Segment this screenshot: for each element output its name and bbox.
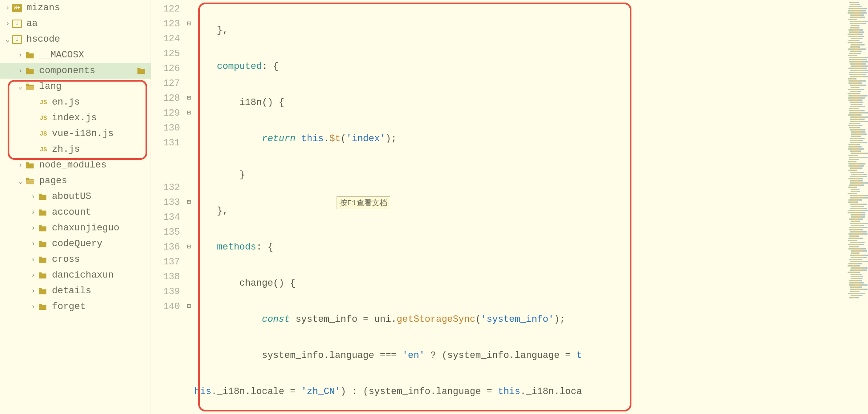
line-number: 134	[151, 210, 183, 225]
chevron-icon[interactable]: ›	[29, 224, 37, 232]
chevron-icon[interactable]: ⌄	[3, 35, 12, 44]
chevron-icon[interactable]: ›	[29, 303, 37, 311]
fold-marker[interactable]: ⊟	[183, 195, 194, 210]
tree-item-macosx[interactable]: ›__MACOSX	[0, 47, 151, 63]
line-number	[151, 150, 183, 165]
folder-icon	[25, 51, 35, 60]
tree-item-label: pages	[39, 176, 67, 186]
js-file-icon: JS	[37, 146, 49, 153]
folder-icon	[37, 240, 48, 248]
code-content[interactable]: }, computed: { i18n() { return this.$t('…	[194, 0, 847, 414]
tree-item-label: forget	[52, 301, 86, 312]
doc-tooltip: 按F1查看文档	[337, 196, 390, 209]
tree-item-label: en.js	[52, 97, 80, 108]
code-editor[interactable]: 1221231241251261271281291301311321331341…	[151, 0, 868, 414]
tree-item-account[interactable]: ›account	[0, 204, 151, 220]
fold-marker	[183, 284, 194, 299]
tree-item-indexjs[interactable]: JSindex.js	[0, 110, 151, 126]
line-number: 137	[151, 255, 183, 269]
tree-item-label: zh.js	[52, 144, 80, 155]
wplus-icon: W+	[12, 4, 22, 12]
tree-item-codequery[interactable]: ›codeQuery	[0, 236, 151, 252]
tree-item-label: hscode	[26, 34, 60, 45]
tree-item-aboutus[interactable]: ›aboutUS	[0, 189, 151, 204]
chevron-icon[interactable]: ›	[29, 272, 37, 279]
fold-marker	[183, 136, 194, 150]
folder-icon	[37, 271, 48, 280]
code-line: },	[194, 23, 847, 38]
tree-item-details[interactable]: ›details	[0, 283, 151, 299]
code-line: const system_info = uni.getStorageSync('…	[194, 312, 847, 327]
chevron-icon[interactable]: ›	[29, 240, 37, 248]
fold-marker	[183, 150, 194, 165]
line-number: 128	[151, 91, 183, 106]
tree-item-aa[interactable]: ›Uaa	[0, 16, 151, 31]
chevron-icon[interactable]: ›	[16, 51, 25, 59]
fold-marker[interactable]: ⊟	[183, 106, 194, 121]
chevron-icon[interactable]: ›	[16, 67, 25, 75]
tree-item-components[interactable]: ›components	[0, 63, 151, 79]
tree-item-forget[interactable]: ›forget	[0, 299, 151, 315]
file-explorer[interactable]: ›W+mizans›Uaa⌄Uhscode›__MACOSX›component…	[0, 0, 151, 414]
chevron-icon[interactable]: ›	[29, 287, 37, 295]
tree-item-enjs[interactable]: JSen.js	[0, 94, 151, 110]
fold-marker	[183, 46, 194, 61]
tree-item-label: account	[52, 207, 91, 218]
tree-item-vuei18njs[interactable]: JSvue-i18n.js	[0, 126, 151, 142]
folder-icon	[37, 255, 48, 264]
chevron-icon[interactable]: ›	[3, 4, 12, 12]
minimap[interactable]	[847, 0, 868, 414]
tree-item-label: vue-i18n.js	[52, 128, 114, 139]
code-line: his._i18n.locale = 'zh_CN') : (system_in…	[194, 384, 847, 399]
folder-icon	[37, 208, 48, 217]
tree-item-chaxunjieguo[interactable]: ›chaxunjieguo	[0, 220, 151, 236]
tree-item-zhjs[interactable]: JSzh.js	[0, 142, 151, 157]
line-number: 131	[151, 136, 183, 150]
folder-icon	[37, 193, 48, 201]
code-line: },	[194, 204, 847, 218]
line-number: 138	[151, 269, 183, 284]
tree-item-pages[interactable]: ⌄pages	[0, 173, 151, 189]
tree-item-cross[interactable]: ›cross	[0, 252, 151, 267]
tree-item-dancichaxun[interactable]: ›dancichaxun	[0, 267, 151, 283]
tree-item-nodemodules[interactable]: ›node_modules	[0, 157, 151, 173]
tree-item-mizans[interactable]: ›W+mizans	[0, 0, 151, 16]
tree-item-label: codeQuery	[52, 238, 103, 249]
fold-marker[interactable]: ⊟	[183, 299, 194, 314]
code-line: return this.$t('index');	[194, 131, 847, 146]
tree-item-label: aboutUS	[52, 191, 91, 202]
fold-marker	[183, 180, 194, 195]
tree-item-hscode[interactable]: ⌄Uhscode	[0, 31, 151, 47]
u-icon: U	[12, 35, 22, 44]
fold-marker	[183, 76, 194, 91]
fold-marker	[183, 225, 194, 240]
line-number: 133	[151, 195, 183, 210]
chevron-icon[interactable]: ⌄	[16, 177, 25, 185]
fold-marker	[183, 2, 194, 17]
chevron-icon[interactable]: ›	[16, 162, 25, 169]
fold-marker[interactable]: ⊟	[183, 17, 194, 31]
folder-open-icon	[25, 177, 35, 185]
fold-gutter[interactable]: ⊟⊟⊟⊟⊟⊟	[183, 0, 194, 414]
tree-item-label: node_modules	[39, 160, 106, 170]
chevron-icon[interactable]: ⌄	[16, 82, 25, 91]
line-number: 135	[151, 225, 183, 240]
chevron-icon[interactable]: ›	[29, 209, 37, 216]
js-file-icon: JS	[37, 99, 49, 106]
tree-item-lang[interactable]: ⌄lang	[0, 79, 151, 94]
line-number: 122	[151, 2, 183, 17]
line-number: 125	[151, 46, 183, 61]
fold-marker[interactable]: ⊟	[183, 91, 194, 106]
fold-marker[interactable]: ⊟	[183, 240, 194, 255]
chevron-icon[interactable]: ›	[29, 193, 37, 201]
chevron-icon[interactable]: ›	[29, 256, 37, 264]
line-number: 130	[151, 121, 183, 136]
line-number: 132	[151, 180, 183, 195]
line-number: 140	[151, 299, 183, 314]
line-number: 126	[151, 61, 183, 76]
line-number: 124	[151, 31, 183, 46]
folder-icon	[136, 67, 146, 75]
chevron-icon[interactable]: ›	[3, 20, 12, 28]
fold-marker	[183, 210, 194, 225]
tree-item-label: components	[39, 65, 95, 76]
